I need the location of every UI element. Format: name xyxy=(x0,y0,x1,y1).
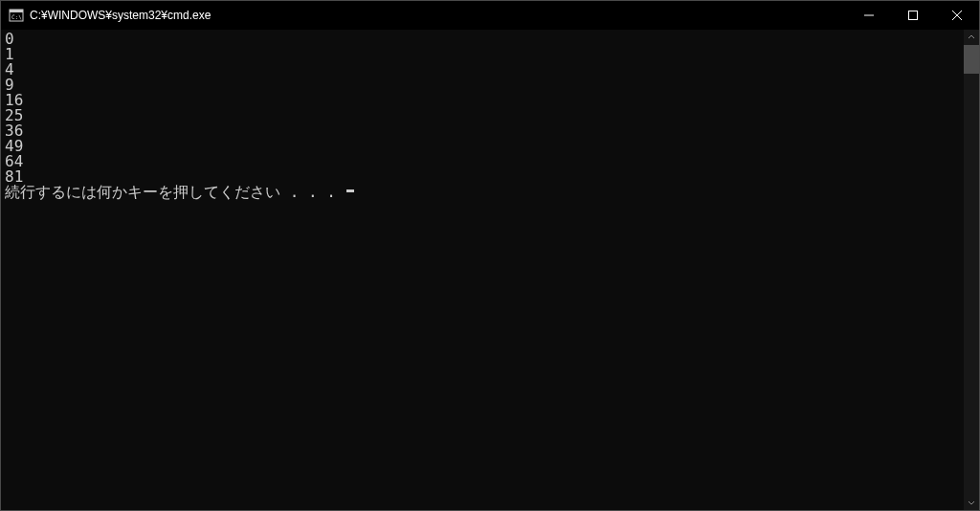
scroll-down-arrow[interactable] xyxy=(964,495,979,510)
cmd-icon: C:\ xyxy=(9,8,24,23)
scroll-thumb[interactable] xyxy=(964,45,979,74)
maximize-button[interactable] xyxy=(891,1,935,30)
titlebar[interactable]: C:\ C:¥WINDOWS¥system32¥cmd.exe xyxy=(1,1,979,30)
vertical-scrollbar[interactable] xyxy=(964,30,979,510)
svg-rect-1 xyxy=(10,10,23,12)
console-line: 4 xyxy=(5,62,960,78)
console-line: 0 xyxy=(5,32,960,47)
console-line: 49 xyxy=(5,139,960,154)
pause-prompt-text: 続行するには何かキーを押してください . . . xyxy=(5,185,345,200)
console-line: 64 xyxy=(5,154,960,169)
console-line: 36 xyxy=(5,123,960,139)
scroll-up-arrow[interactable] xyxy=(964,30,979,45)
console-line: 9 xyxy=(5,78,960,93)
svg-rect-4 xyxy=(909,11,918,20)
cmd-window: C:\ C:¥WINDOWS¥system32¥cmd.exe 01491625… xyxy=(0,0,980,511)
console-line: 25 xyxy=(5,108,960,123)
pause-prompt: 続行するには何かキーを押してください . . . xyxy=(5,185,960,200)
window-controls xyxy=(847,1,979,30)
minimize-button[interactable] xyxy=(847,1,891,30)
close-button[interactable] xyxy=(935,1,979,30)
window-title: C:¥WINDOWS¥system32¥cmd.exe xyxy=(30,9,211,22)
svg-text:C:\: C:\ xyxy=(11,13,22,20)
console-line: 1 xyxy=(5,47,960,62)
console-output[interactable]: 0149162536496481続行するには何かキーを押してください . . . xyxy=(1,30,964,510)
text-cursor xyxy=(346,189,354,192)
client-area: 0149162536496481続行するには何かキーを押してください . . . xyxy=(1,30,979,510)
console-line: 16 xyxy=(5,93,960,108)
